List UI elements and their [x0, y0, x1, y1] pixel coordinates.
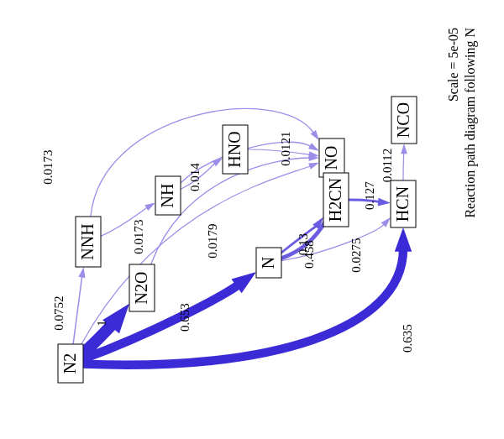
- node-label-N2: N2: [60, 353, 79, 374]
- edge-label-NH-HNO: 0.014: [188, 163, 202, 191]
- edge-label-N-HCN: 0.0275: [349, 238, 363, 272]
- node-N2O: N2O: [129, 264, 155, 311]
- node-label-NO: NO: [322, 146, 340, 170]
- arrowhead-HCN-NCO: [401, 144, 407, 154]
- edge-label-N2-N: 0.653: [178, 303, 192, 332]
- edge-label-N-H2CN: 0.13: [297, 233, 310, 255]
- edge-label-HNO-NO: 0.0121: [279, 131, 292, 165]
- node-label-NNH: NNH: [78, 223, 97, 259]
- node-NNH: NNH: [76, 217, 101, 267]
- edge-HCN-NCO: [403, 151, 404, 180]
- node-label-NH: NH: [158, 184, 176, 208]
- node-label-N: N: [259, 257, 277, 269]
- edge-label-N2-N2O: 1: [95, 320, 108, 327]
- arrowhead-H2CN-HCN: [378, 198, 391, 206]
- node-H2CN: H2CN: [323, 173, 349, 227]
- node-N: N: [256, 248, 281, 278]
- edge-label-NNH-NO: 0.0173: [41, 149, 55, 184]
- node-NO: NO: [319, 138, 344, 177]
- arrowhead-NNH-NO: [311, 130, 319, 140]
- edge-label-HCN-NCO: 0.0112: [381, 149, 394, 183]
- edge-N2-NNH: [73, 276, 82, 344]
- node-N2: N2: [58, 344, 83, 383]
- edge-label-H2CN-HCN: 0.127: [363, 181, 376, 210]
- diagram-title: Reaction path diagram following N: [463, 28, 478, 218]
- arrowhead-NH-NO: [308, 143, 319, 151]
- node-label-HNO: HNO: [225, 131, 244, 167]
- edge-label-N2-NNH: 0.0752: [52, 295, 66, 330]
- edge-label-NNH-NH: 0.0173: [132, 219, 145, 253]
- arrowhead-N2-NO: [308, 163, 319, 170]
- node-HNO: HNO: [223, 125, 248, 174]
- arrowhead-N2-NNH: [78, 267, 85, 278]
- node-label-H2CN: H2CN: [326, 178, 344, 222]
- scale-label: Scale = 5e-05: [446, 28, 460, 102]
- arrowhead-NNH-NH: [144, 203, 155, 211]
- edge-label-N2-NO: 0.0179: [206, 223, 219, 258]
- edge-label-N2-HCN: 0.635: [401, 324, 414, 353]
- node-HCN: HCN: [391, 180, 416, 227]
- arrowhead-N2-HCN: [395, 227, 412, 252]
- node-label-HCN: HCN: [393, 186, 412, 222]
- node-NCO: NCO: [391, 97, 417, 144]
- node-NH: NH: [155, 176, 181, 215]
- node-label-N2O: N2O: [132, 272, 150, 305]
- node-label-NCO: NCO: [394, 102, 412, 138]
